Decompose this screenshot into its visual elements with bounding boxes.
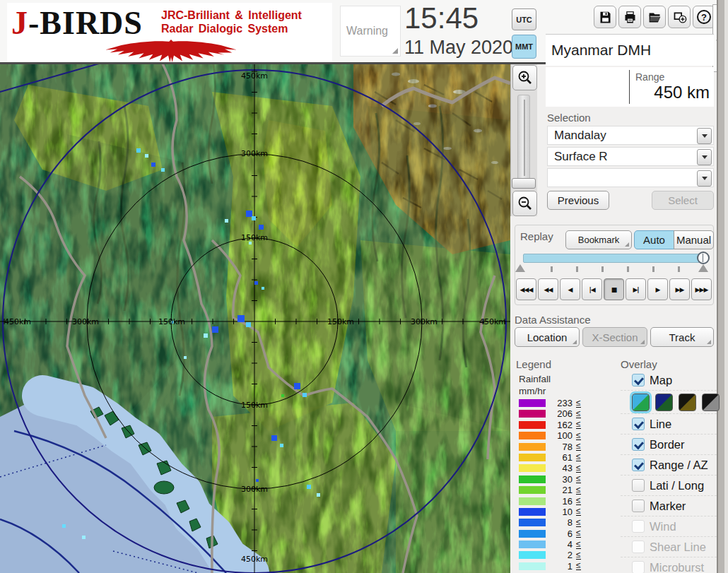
overlay-item-label: Shear Line: [650, 540, 706, 554]
legend-row: 4≤: [519, 540, 604, 548]
ring-label: 300km: [241, 149, 268, 158]
legend-row: 61≤: [519, 454, 604, 461]
lte-symbol: ≤: [576, 519, 581, 527]
overlay-item-lati-long: Lati / Long: [621, 475, 717, 495]
rain-cell: [82, 536, 86, 539]
overlay-item-label: Line: [650, 418, 671, 431]
forward-fast-button[interactable]: ▶▶▶: [691, 278, 712, 300]
legend-value: 162: [546, 420, 573, 430]
mmt-button[interactable]: MMT: [512, 35, 536, 59]
checkbox[interactable]: [632, 374, 645, 386]
legend-unit-line1: Rainfall: [519, 373, 551, 385]
timeline-tick: [678, 266, 680, 272]
product-dropdown[interactable]: Surface R: [547, 147, 714, 166]
print-button[interactable]: [618, 6, 641, 28]
checkbox[interactable]: [632, 418, 645, 430]
eagle-logo-icon: [11, 40, 331, 62]
checkbox: [632, 520, 645, 533]
legend-color-swatch: [519, 497, 546, 505]
map-style-swatch[interactable]: [679, 394, 696, 411]
legend-row: 21≤: [519, 486, 604, 494]
legend-entries: 233≤206≤162≤100≤78≤61≤43≤30≤21≤16≤10≤8≤6…: [519, 399, 604, 573]
map-style-swatch[interactable]: [632, 394, 650, 411]
timeline-tick: [601, 266, 604, 272]
utc-button[interactable]: UTC: [512, 8, 536, 30]
timeline-end-marker[interactable]: [698, 264, 708, 272]
radar-map[interactable]: 450km 300km 150km 150km 300km 450km 450k…: [0, 64, 510, 573]
manual-mode-button[interactable]: Manual: [674, 230, 714, 249]
legend-value: 233: [546, 398, 573, 408]
timeline-tick: [627, 266, 629, 272]
data-assistance-label: Data Assistance: [515, 314, 591, 326]
resize-corner-icon: [392, 48, 398, 54]
overlay-item-range-az: Range / AZ: [621, 454, 717, 475]
window-edge-strip: [717, 0, 728, 573]
save-button[interactable]: [594, 6, 616, 28]
rewind-fast-button[interactable]: ◀◀◀: [516, 278, 536, 300]
legend-color-swatch: [519, 421, 546, 429]
rewind-button[interactable]: ◀◀: [538, 278, 558, 300]
legend-row: 2≤: [519, 551, 604, 559]
checkbox[interactable]: [632, 438, 645, 451]
add-screen-button[interactable]: [668, 6, 691, 28]
legend-value: 6: [546, 528, 573, 539]
dropdown-button[interactable]: [697, 128, 712, 144]
map-style-swatch[interactable]: [655, 394, 673, 411]
legend-row: 16≤: [519, 497, 604, 505]
dropdown-button[interactable]: [697, 149, 712, 165]
rain-cell: [161, 168, 165, 172]
bookmark-button[interactable]: Bookmark: [565, 230, 632, 249]
checkbox[interactable]: [632, 500, 645, 512]
menu-corner-icon: [625, 242, 629, 247]
lte-symbol: ≤: [576, 464, 581, 473]
playback-controls: ◀◀◀◀◀◀|◀■▶|▶▶▶▶▶▶: [516, 278, 714, 300]
play-button[interactable]: ▶: [647, 278, 668, 300]
overlay-item-label: Map: [650, 374, 672, 387]
forward-button[interactable]: ▶▶: [669, 278, 690, 300]
timeline-tick: [551, 266, 553, 272]
zoom-out-button[interactable]: [512, 191, 537, 216]
checkbox: [632, 561, 645, 573]
checkbox[interactable]: [632, 479, 645, 492]
step-backward-button[interactable]: |◀: [582, 278, 602, 300]
timeline-start-marker[interactable]: [515, 264, 525, 272]
rain-cell: [246, 322, 251, 327]
checkbox[interactable]: [632, 459, 645, 471]
menu-corner-icon: [640, 340, 645, 344]
dropdown-button[interactable]: [697, 170, 712, 187]
play-backward-button[interactable]: ◀: [560, 278, 580, 300]
zoom-slider[interactable]: [517, 95, 530, 181]
zoom-slider-thumb[interactable]: [512, 178, 536, 189]
rain-cell: [184, 356, 187, 359]
replay-timeline-track[interactable]: [523, 254, 704, 263]
range-divider: [629, 70, 630, 104]
zoom-in-button[interactable]: [512, 65, 537, 90]
auto-mode-button[interactable]: Auto: [634, 230, 674, 249]
track-button[interactable]: Track: [650, 327, 714, 347]
open-folder-button[interactable]: [643, 6, 666, 28]
legend-color-swatch: [519, 486, 546, 494]
legend-row: 10≤: [519, 508, 604, 516]
location-button[interactable]: Location: [515, 327, 580, 347]
x-section-button[interactable]: X-Section: [582, 327, 647, 347]
lte-symbol: ≤: [576, 420, 581, 429]
lte-symbol: ≤: [576, 432, 581, 440]
site-dropdown[interactable]: Mandalay: [547, 126, 714, 145]
previous-button[interactable]: Previous: [547, 191, 609, 210]
option-dropdown[interactable]: [547, 168, 714, 187]
warning-panel[interactable]: Warning: [340, 6, 401, 57]
overlay-item-label: Wind: [650, 520, 676, 533]
range-box: Range 450 km: [546, 67, 714, 107]
legend-row: 100≤: [519, 432, 604, 439]
replay-timeline-handle[interactable]: [697, 252, 710, 264]
map-style-swatch[interactable]: [702, 394, 720, 411]
range-label: Range: [635, 71, 664, 83]
jbirds-window: 450km 300km 150km 150km 300km 450km 450k…: [0, 0, 728, 573]
legend-color-swatch: [519, 519, 546, 526]
lte-symbol: ≤: [576, 399, 581, 408]
step-forward-button[interactable]: ▶|: [626, 278, 646, 300]
selection-label: Selection: [547, 112, 591, 124]
legend-value: 2: [546, 550, 573, 560]
stop-button[interactable]: ■: [604, 278, 624, 300]
select-button[interactable]: Select: [652, 191, 714, 210]
